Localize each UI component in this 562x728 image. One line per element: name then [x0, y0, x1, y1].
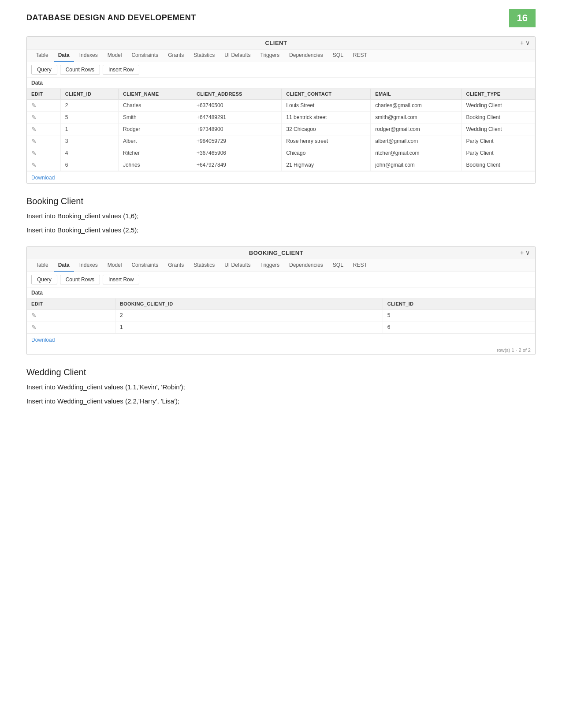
data-cell: 5	[60, 112, 118, 123]
data-cell: +63740500	[192, 100, 281, 112]
tab-sql[interactable]: SQL	[328, 49, 348, 62]
bc-insert-row-button[interactable]: Insert Row	[103, 275, 139, 284]
tab-grants[interactable]: Grants	[164, 49, 188, 62]
table-row: ✎25	[27, 310, 535, 321]
data-cell: +647927849	[192, 159, 281, 171]
edit-cell[interactable]: ✎	[27, 135, 60, 147]
booking-client-widget: BOOKING_CLIENT + ∨ Table Data Indexes Mo…	[26, 246, 536, 355]
table-row: ✎1Rodger+9734890032 Chicagoorodger@gmail…	[27, 123, 535, 135]
data-cell: 1	[115, 321, 383, 333]
client-widget-title: CLIENT	[32, 40, 520, 46]
col-client-id: CLIENT_ID	[60, 89, 118, 100]
booking-client-tabs: Table Data Indexes Model Constraints Gra…	[27, 259, 535, 272]
booking-client-widget-controls[interactable]: + ∨	[520, 249, 530, 256]
data-cell: Louis Street	[282, 100, 371, 112]
data-cell: Johnes	[118, 159, 192, 171]
data-cell: 21 Highway	[282, 159, 371, 171]
data-cell: Chicago	[282, 147, 371, 159]
col-client-contact: CLIENT_CONTACT	[282, 89, 371, 100]
tab-dependencies[interactable]: Dependencies	[285, 49, 328, 62]
booking-client-data-table: EDIT BOOKING_CLIENT_ID CLIENT_ID ✎25✎16	[27, 299, 535, 333]
data-cell: 1	[60, 123, 118, 135]
data-cell: 11 bentrick street	[282, 112, 371, 123]
edit-cell[interactable]: ✎	[27, 321, 115, 333]
data-cell: +97348900	[192, 123, 281, 135]
data-cell: Rodger	[118, 123, 192, 135]
data-cell: Rose henry street	[282, 135, 371, 147]
bc-tab-statistics[interactable]: Statistics	[189, 259, 219, 272]
bc-col-edit: EDIT	[27, 299, 115, 310]
tab-ui-defaults[interactable]: UI Defaults	[220, 49, 255, 62]
bc-tab-constraints[interactable]: Constraints	[127, 259, 163, 272]
bc-tab-table[interactable]: Table	[31, 259, 53, 272]
bc-tab-dependencies[interactable]: Dependencies	[285, 259, 328, 272]
bc-tab-indexes[interactable]: Indexes	[75, 259, 102, 272]
bc-tab-model[interactable]: Model	[103, 259, 127, 272]
bc-col-booking-client-id: BOOKING_CLIENT_ID	[115, 299, 383, 310]
data-cell: 6	[60, 159, 118, 171]
bc-query-button[interactable]: Query	[31, 275, 57, 284]
data-cell: john@gmail.com	[371, 159, 462, 171]
bc-download-link[interactable]: Download	[31, 337, 55, 343]
client-widget-header: CLIENT + ∨	[27, 37, 535, 49]
client-widget-controls[interactable]: + ∨	[520, 39, 530, 46]
booking-insert-1: Insert into Booking_client values (1,6);	[26, 211, 536, 221]
count-rows-button[interactable]: Count Rows	[60, 65, 100, 75]
insert-row-button[interactable]: Insert Row	[103, 65, 139, 75]
page-header: DATABASE DESIGN AND DEVELOPEMENT 16	[26, 9, 536, 27]
table-row: ✎16	[27, 321, 535, 333]
data-cell: Ritcher	[118, 147, 192, 159]
bc-table-header-row: EDIT BOOKING_CLIENT_ID CLIENT_ID	[27, 299, 535, 310]
data-cell: charles@gmail.com	[371, 100, 462, 112]
tab-constraints[interactable]: Constraints	[127, 49, 163, 62]
col-client-address: CLIENT_ADDRESS	[192, 89, 281, 100]
client-widget: CLIENT + ∨ Table Data Indexes Model Cons…	[26, 36, 536, 184]
client-table-header-row: EDIT CLIENT_ID CLIENT_NAME CLIENT_ADDRES…	[27, 89, 535, 100]
booking-client-widget-title: BOOKING_CLIENT	[32, 250, 520, 256]
booking-client-widget-header: BOOKING_CLIENT + ∨	[27, 246, 535, 259]
edit-cell[interactable]: ✎	[27, 310, 115, 321]
edit-cell[interactable]: ✎	[27, 112, 60, 123]
data-cell: ritcher@gmail.com	[371, 147, 462, 159]
data-cell: 6	[383, 321, 535, 333]
tab-table[interactable]: Table	[31, 49, 53, 62]
bc-count-rows-button[interactable]: Count Rows	[60, 275, 100, 284]
edit-cell[interactable]: ✎	[27, 159, 60, 171]
table-row: ✎4Ritcher+367465906Chicagoritcher@gmail.…	[27, 147, 535, 159]
bc-tab-triggers[interactable]: Triggers	[256, 259, 284, 272]
booking-insert-2: Insert into Booking_client values (2,5);	[26, 225, 536, 235]
col-client-name: CLIENT_NAME	[118, 89, 192, 100]
booking-client-section-label: Data	[27, 287, 535, 299]
bc-tab-ui-defaults[interactable]: UI Defaults	[220, 259, 255, 272]
data-cell: Party Client	[462, 135, 535, 147]
client-toolbar: Query Count Rows Insert Row	[27, 62, 535, 78]
client-footer: Download	[27, 171, 535, 183]
edit-cell[interactable]: ✎	[27, 147, 60, 159]
edit-cell[interactable]: ✎	[27, 123, 60, 135]
bc-tab-rest[interactable]: REST	[349, 259, 372, 272]
data-cell: Charles	[118, 100, 192, 112]
edit-cell[interactable]: ✎	[27, 100, 60, 112]
tab-statistics[interactable]: Statistics	[189, 49, 219, 62]
tab-triggers[interactable]: Triggers	[256, 49, 284, 62]
tab-rest[interactable]: REST	[349, 49, 372, 62]
data-cell: Wedding Client	[462, 123, 535, 135]
data-cell: Party Client	[462, 147, 535, 159]
tab-indexes[interactable]: Indexes	[75, 49, 102, 62]
data-cell: rodger@gmail.com	[371, 123, 462, 135]
data-cell: Albert	[118, 135, 192, 147]
page-number: 16	[509, 9, 536, 27]
data-cell: +984059729	[192, 135, 281, 147]
data-cell: Booking Client	[462, 159, 535, 171]
bc-tab-data[interactable]: Data	[54, 259, 74, 272]
client-download-link[interactable]: Download	[31, 175, 55, 181]
data-cell: 2	[115, 310, 383, 321]
client-tabs: Table Data Indexes Model Constraints Gra…	[27, 49, 535, 62]
client-section-label: Data	[27, 78, 535, 89]
bc-tab-sql[interactable]: SQL	[328, 259, 348, 272]
tab-data[interactable]: Data	[54, 49, 74, 62]
data-cell: smith@gmail.com	[371, 112, 462, 123]
bc-tab-grants[interactable]: Grants	[164, 259, 188, 272]
tab-model[interactable]: Model	[103, 49, 127, 62]
query-button[interactable]: Query	[31, 65, 57, 75]
